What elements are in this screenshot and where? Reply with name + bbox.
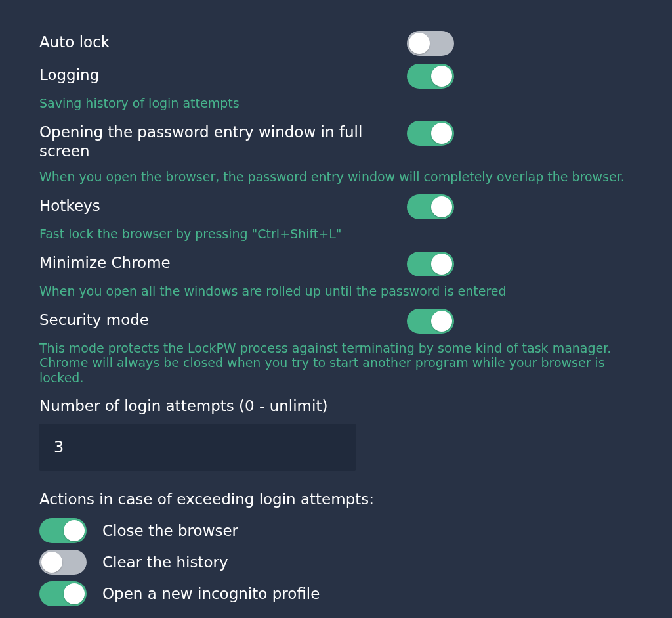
setting-title-security: Security mode <box>39 311 394 330</box>
desc-fullscreen: When you open the browser, the password … <box>39 169 633 185</box>
setting-title-minimize: Minimize Chrome <box>39 254 394 273</box>
action-label-close: Close the browser <box>102 522 238 539</box>
toggle-action-clear[interactable] <box>39 550 87 575</box>
setting-title-hotkeys: Hotkeys <box>39 196 394 215</box>
toggle-fullscreen[interactable] <box>407 121 454 146</box>
setting-title-auto-lock: Auto lock <box>39 33 394 52</box>
desc-minimize: When you open all the windows are rolled… <box>39 284 633 299</box>
action-label-incognito: Open a new incognito profile <box>102 585 320 602</box>
toggle-action-incognito[interactable] <box>39 581 87 606</box>
toggle-minimize[interactable] <box>407 252 454 276</box>
toggle-action-close[interactable] <box>39 518 87 543</box>
toggle-auto-lock[interactable] <box>407 31 454 56</box>
action-label-clear: Clear the history <box>102 554 228 571</box>
toggle-security[interactable] <box>407 309 454 334</box>
setting-title-logging: Logging <box>39 66 394 85</box>
desc-security: This mode protects the LockPW process ag… <box>39 341 633 386</box>
setting-title-fullscreen: Opening the password entry window in ful… <box>39 123 394 161</box>
actions-heading: Actions in case of exceeding login attem… <box>39 491 633 508</box>
desc-hotkeys: Fast lock the browser by pressing "Ctrl+… <box>39 227 633 242</box>
attempts-label: Number of login attempts (0 - unlimit) <box>39 397 633 414</box>
toggle-hotkeys[interactable] <box>407 194 454 219</box>
attempts-input[interactable] <box>39 424 356 471</box>
desc-logging: Saving history of login attempts <box>39 96 633 111</box>
toggle-logging[interactable] <box>407 64 454 89</box>
